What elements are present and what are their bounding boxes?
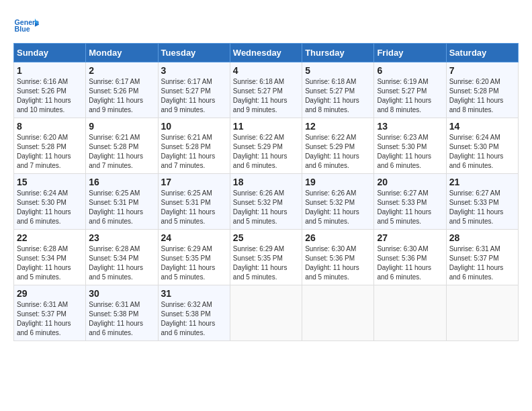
calendar-header-thursday: Thursday <box>302 44 374 62</box>
calendar-cell: 13 Sunrise: 6:23 AM Sunset: 5:30 PM Dayl… <box>374 118 446 174</box>
calendar-cell: 3 Sunrise: 6:17 AM Sunset: 5:27 PM Dayli… <box>158 62 230 118</box>
day-info: Sunrise: 6:20 AM Sunset: 5:28 PM Dayligh… <box>449 78 504 113</box>
day-info: Sunrise: 6:28 AM Sunset: 5:34 PM Dayligh… <box>17 245 71 281</box>
day-number: 26 <box>305 232 371 243</box>
day-number: 7 <box>449 65 515 76</box>
day-info: Sunrise: 6:24 AM Sunset: 5:30 PM Dayligh… <box>449 134 504 169</box>
day-number: 12 <box>305 121 371 132</box>
day-info: Sunrise: 6:26 AM Sunset: 5:32 PM Dayligh… <box>233 189 287 225</box>
day-number: 4 <box>233 65 299 76</box>
calendar-header-tuesday: Tuesday <box>158 44 230 62</box>
calendar-cell: 28 Sunrise: 6:31 AM Sunset: 5:37 PM Dayl… <box>446 230 518 285</box>
day-number: 9 <box>89 121 154 132</box>
day-number: 19 <box>305 177 371 187</box>
day-info: Sunrise: 6:18 AM Sunset: 5:27 PM Dayligh… <box>305 78 359 113</box>
calendar-week-5: 29 Sunrise: 6:31 AM Sunset: 5:37 PM Dayl… <box>14 285 519 341</box>
day-info: Sunrise: 6:31 AM Sunset: 5:38 PM Dayligh… <box>89 301 143 336</box>
calendar-cell <box>446 285 518 341</box>
day-number: 3 <box>161 65 227 76</box>
day-number: 11 <box>233 121 299 132</box>
day-info: Sunrise: 6:16 AM Sunset: 5:26 PM Dayligh… <box>17 78 71 113</box>
day-info: Sunrise: 6:30 AM Sunset: 5:36 PM Dayligh… <box>305 245 359 281</box>
calendar-cell: 14 Sunrise: 6:24 AM Sunset: 5:30 PM Dayl… <box>446 118 518 174</box>
calendar-cell: 6 Sunrise: 6:19 AM Sunset: 5:27 PM Dayli… <box>374 62 446 118</box>
calendar-table: SundayMondayTuesdayWednesdayThursdayFrid… <box>13 43 519 341</box>
day-number: 14 <box>449 121 515 132</box>
calendar-cell: 5 Sunrise: 6:18 AM Sunset: 5:27 PM Dayli… <box>302 62 374 118</box>
day-number: 21 <box>449 177 515 187</box>
day-number: 30 <box>89 288 154 299</box>
day-number: 20 <box>377 177 443 187</box>
day-number: 6 <box>377 65 443 76</box>
day-number: 29 <box>17 288 83 299</box>
calendar-week-3: 15 Sunrise: 6:24 AM Sunset: 5:30 PM Dayl… <box>14 174 519 230</box>
calendar-header-sunday: Sunday <box>14 44 86 62</box>
calendar-cell <box>374 285 446 341</box>
day-number: 13 <box>377 121 443 132</box>
calendar-header-monday: Monday <box>86 44 158 62</box>
day-info: Sunrise: 6:26 AM Sunset: 5:32 PM Dayligh… <box>305 189 359 225</box>
day-info: Sunrise: 6:29 AM Sunset: 5:35 PM Dayligh… <box>233 245 287 281</box>
calendar-cell: 20 Sunrise: 6:27 AM Sunset: 5:33 PM Dayl… <box>374 174 446 230</box>
day-info: Sunrise: 6:22 AM Sunset: 5:29 PM Dayligh… <box>305 134 359 169</box>
calendar-cell: 27 Sunrise: 6:30 AM Sunset: 5:36 PM Dayl… <box>374 230 446 285</box>
calendar-cell: 16 Sunrise: 6:25 AM Sunset: 5:31 PM Dayl… <box>86 174 158 230</box>
svg-text:Blue: Blue <box>15 25 30 33</box>
day-number: 22 <box>17 232 83 243</box>
calendar-cell: 12 Sunrise: 6:22 AM Sunset: 5:29 PM Dayl… <box>302 118 374 174</box>
day-number: 16 <box>89 177 154 187</box>
day-info: Sunrise: 6:27 AM Sunset: 5:33 PM Dayligh… <box>377 189 431 225</box>
day-info: Sunrise: 6:31 AM Sunset: 5:37 PM Dayligh… <box>449 245 504 281</box>
calendar-week-2: 8 Sunrise: 6:20 AM Sunset: 5:28 PM Dayli… <box>14 118 519 174</box>
calendar-cell: 23 Sunrise: 6:28 AM Sunset: 5:34 PM Dayl… <box>86 230 158 285</box>
day-number: 2 <box>89 65 154 76</box>
day-number: 8 <box>17 121 83 132</box>
calendar-header-friday: Friday <box>374 44 446 62</box>
calendar-header-row: SundayMondayTuesdayWednesdayThursdayFrid… <box>14 44 519 62</box>
day-info: Sunrise: 6:28 AM Sunset: 5:34 PM Dayligh… <box>89 245 143 281</box>
day-info: Sunrise: 6:18 AM Sunset: 5:27 PM Dayligh… <box>233 78 287 113</box>
calendar-cell: 2 Sunrise: 6:17 AM Sunset: 5:26 PM Dayli… <box>86 62 158 118</box>
page-header: General Blue <box>13 13 519 39</box>
day-number: 31 <box>161 288 227 299</box>
calendar-cell: 10 Sunrise: 6:21 AM Sunset: 5:28 PM Dayl… <box>158 118 230 174</box>
calendar-cell: 25 Sunrise: 6:29 AM Sunset: 5:35 PM Dayl… <box>230 230 302 285</box>
calendar-cell: 9 Sunrise: 6:21 AM Sunset: 5:28 PM Dayli… <box>86 118 158 174</box>
calendar-cell: 15 Sunrise: 6:24 AM Sunset: 5:30 PM Dayl… <box>14 174 86 230</box>
calendar-cell <box>230 285 302 341</box>
calendar-cell: 26 Sunrise: 6:30 AM Sunset: 5:36 PM Dayl… <box>302 230 374 285</box>
day-number: 18 <box>233 177 299 187</box>
logo: General Blue <box>13 13 42 39</box>
calendar-cell: 19 Sunrise: 6:26 AM Sunset: 5:32 PM Dayl… <box>302 174 374 230</box>
calendar-cell: 31 Sunrise: 6:32 AM Sunset: 5:38 PM Dayl… <box>158 285 230 341</box>
day-info: Sunrise: 6:21 AM Sunset: 5:28 PM Dayligh… <box>161 134 216 169</box>
day-number: 28 <box>449 232 515 243</box>
calendar-cell: 1 Sunrise: 6:16 AM Sunset: 5:26 PM Dayli… <box>14 62 86 118</box>
calendar-cell: 29 Sunrise: 6:31 AM Sunset: 5:37 PM Dayl… <box>14 285 86 341</box>
day-info: Sunrise: 6:19 AM Sunset: 5:27 PM Dayligh… <box>377 78 431 113</box>
calendar-cell: 17 Sunrise: 6:25 AM Sunset: 5:31 PM Dayl… <box>158 174 230 230</box>
calendar-cell: 22 Sunrise: 6:28 AM Sunset: 5:34 PM Dayl… <box>14 230 86 285</box>
calendar-body: 1 Sunrise: 6:16 AM Sunset: 5:26 PM Dayli… <box>14 62 519 341</box>
day-info: Sunrise: 6:17 AM Sunset: 5:26 PM Dayligh… <box>89 78 143 113</box>
day-info: Sunrise: 6:21 AM Sunset: 5:28 PM Dayligh… <box>89 134 143 169</box>
day-number: 27 <box>377 232 443 243</box>
day-number: 23 <box>89 232 154 243</box>
day-number: 5 <box>305 65 371 76</box>
day-number: 24 <box>161 232 227 243</box>
calendar-cell: 24 Sunrise: 6:29 AM Sunset: 5:35 PM Dayl… <box>158 230 230 285</box>
day-info: Sunrise: 6:17 AM Sunset: 5:27 PM Dayligh… <box>161 78 216 113</box>
day-info: Sunrise: 6:29 AM Sunset: 5:35 PM Dayligh… <box>161 245 216 281</box>
calendar-cell: 18 Sunrise: 6:26 AM Sunset: 5:32 PM Dayl… <box>230 174 302 230</box>
day-info: Sunrise: 6:22 AM Sunset: 5:29 PM Dayligh… <box>233 134 287 169</box>
calendar-cell: 11 Sunrise: 6:22 AM Sunset: 5:29 PM Dayl… <box>230 118 302 174</box>
day-number: 15 <box>17 177 83 187</box>
calendar-header-saturday: Saturday <box>446 44 518 62</box>
calendar-week-4: 22 Sunrise: 6:28 AM Sunset: 5:34 PM Dayl… <box>14 230 519 285</box>
day-number: 1 <box>17 65 83 76</box>
calendar-cell <box>302 285 374 341</box>
day-info: Sunrise: 6:30 AM Sunset: 5:36 PM Dayligh… <box>377 245 431 281</box>
calendar-cell: 30 Sunrise: 6:31 AM Sunset: 5:38 PM Dayl… <box>86 285 158 341</box>
calendar-header-wednesday: Wednesday <box>230 44 302 62</box>
calendar-cell: 8 Sunrise: 6:20 AM Sunset: 5:28 PM Dayli… <box>14 118 86 174</box>
